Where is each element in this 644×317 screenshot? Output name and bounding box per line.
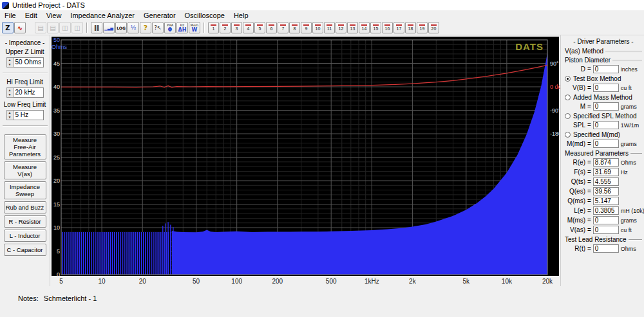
memory-slot-8-button[interactable]: 8: [289, 22, 300, 33]
m-md-row-label: M(md): [565, 140, 585, 147]
memory-slot-13-button[interactable]: 13: [347, 22, 358, 33]
q-ms-row-value[interactable]: 5.147: [593, 197, 619, 205]
q-es-row-value[interactable]: 39.56: [593, 187, 619, 195]
m-row-value[interactable]: 0: [593, 102, 619, 111]
memory-slot-1-button[interactable]: 1: [208, 22, 219, 33]
memory-slot-11-button[interactable]: 11: [324, 22, 335, 33]
low-freq-limit-spinner-arrows[interactable]: ▲▼: [6, 110, 14, 120]
measure-v-as-button[interactable]: Measure V(as): [4, 161, 46, 179]
r-resistor-button[interactable]: R - Resistor: [4, 215, 46, 228]
memory-slot-16-button[interactable]: 16: [382, 22, 393, 33]
waveform-icon: [384, 24, 390, 26]
memory-slot-14-button[interactable]: 14: [359, 22, 370, 33]
equals-sign: =: [587, 178, 591, 185]
waveform-icon: [292, 24, 298, 26]
m-row-unit: grams: [621, 104, 637, 110]
memory-slot-9-button[interactable]: 9: [301, 22, 312, 33]
blue-bars-button[interactable]: ▁▃▅: [103, 22, 115, 33]
x-axis-tick-label: 10k: [502, 278, 513, 285]
measured-parameters-header-text: Measured Parameters: [565, 150, 629, 157]
f-s-row-value[interactable]: 31.69: [593, 168, 619, 176]
spin-down-icon[interactable]: ▼: [7, 115, 13, 120]
memory-slot-5-button[interactable]: 5: [254, 22, 265, 33]
added-mass-method-radio[interactable]: Added Mass Method: [565, 94, 642, 101]
spl-row-value[interactable]: 0: [593, 121, 619, 129]
half-octave-button[interactable]: ½: [128, 22, 139, 33]
m-md-row-value[interactable]: 0: [593, 140, 619, 148]
low-freq-limit-spinner-value[interactable]: 5 Hz: [14, 110, 44, 120]
v-b-row-value[interactable]: 0: [593, 84, 619, 92]
waveform-icon: [338, 24, 344, 26]
v-as-row-value[interactable]: 0: [593, 226, 619, 234]
sine-wave-button[interactable]: ∿: [14, 22, 26, 33]
help-button[interactable]: ?: [140, 22, 151, 33]
q-ts-row-value[interactable]: 4.555: [593, 177, 619, 186]
memory-slot-6-button[interactable]: 6: [266, 22, 277, 33]
menu-view[interactable]: View: [42, 10, 66, 21]
upper-z-limit-spinner-value[interactable]: 50 Ohms: [14, 57, 44, 68]
notes-text[interactable]: Schmeterlicht - 1: [44, 294, 97, 317]
memory-slot-number: 20: [431, 26, 437, 31]
menu-edit[interactable]: Edit: [21, 10, 42, 21]
menu-help[interactable]: Help: [229, 10, 253, 21]
radio-icon[interactable]: [565, 76, 571, 82]
context-help-button[interactable]: ?↖: [152, 22, 164, 33]
phase-axis-label: -90°: [550, 107, 560, 114]
menu-oscilloscope[interactable]: Oscilloscope: [180, 10, 229, 21]
memory-slot-12-button[interactable]: 12: [336, 22, 346, 33]
menu-file[interactable]: File: [0, 10, 21, 21]
memory-slot-3-button[interactable]: 3: [231, 22, 242, 33]
phase-button[interactable]: PHAΦ: [164, 22, 176, 33]
q-ts-row: Q(ts)=4.555: [565, 177, 642, 186]
spin-up-icon[interactable]: ▲: [7, 88, 13, 93]
radio-icon[interactable]: [565, 95, 571, 100]
log-scale-button[interactable]: LOG: [115, 22, 127, 33]
memory-slot-19-button[interactable]: 19: [417, 22, 428, 33]
memory-wave-button[interactable]: MemW: [189, 22, 200, 33]
r-t-row-value[interactable]: 0: [593, 244, 619, 253]
hi-freq-limit-spinner-arrows[interactable]: ▲▼: [6, 87, 14, 98]
hi-freq-limit-spinner-value[interactable]: 20 kHz: [14, 87, 44, 98]
freq-units-button-line-1: ΔH: [178, 27, 187, 33]
spl-row: SPL=01W/1m: [565, 121, 642, 129]
memory-slot-2-button[interactable]: 2: [220, 22, 231, 33]
impedance-sweep-button[interactable]: Impedance Sweep: [4, 181, 46, 199]
memory-slot-10-button[interactable]: 10: [312, 22, 323, 33]
memory-slot-15-button[interactable]: 15: [370, 22, 381, 33]
memory-slot-18-button[interactable]: 18: [405, 22, 416, 33]
spin-down-icon[interactable]: ▼: [7, 93, 13, 97]
l-e-row-value[interactable]: 0.3805: [593, 206, 619, 215]
spin-up-icon[interactable]: ▲: [7, 58, 13, 62]
separator-line: [605, 51, 642, 52]
memory-slot-20-button[interactable]: 20: [428, 22, 439, 33]
d-row-value[interactable]: 0: [593, 65, 619, 73]
menu-generator[interactable]: Generator: [139, 10, 180, 21]
impedance-z-button[interactable]: Z: [2, 22, 14, 33]
radio-icon[interactable]: [565, 113, 571, 119]
memory-slot-4-button[interactable]: 4: [243, 22, 254, 33]
r-e-row-value[interactable]: 8.874: [593, 158, 619, 167]
c-capacitor-button[interactable]: C - Capacitor: [4, 244, 46, 256]
histogram-bars-button[interactable]: ‖‖: [91, 22, 102, 33]
specified-spl-method-radio[interactable]: Specified SPL Method: [565, 113, 642, 120]
specified-m-md-radio[interactable]: Specified M(md): [565, 131, 642, 138]
y-axis-tick-label: 20: [53, 177, 60, 184]
upper-z-limit-spinner-arrows[interactable]: ▲▼: [6, 57, 14, 68]
memory-slot-7-button[interactable]: 7: [278, 22, 289, 33]
dats-watermark: DATS: [515, 41, 544, 52]
l-inductor-button[interactable]: L - Inductor: [4, 230, 46, 242]
freq-units-button[interactable]: HzΔH: [176, 22, 188, 33]
spin-up-icon[interactable]: ▲: [7, 111, 13, 115]
rub-and-buzz-button[interactable]: Rub and Buzz: [4, 201, 46, 213]
memory-slot-17-button[interactable]: 17: [393, 22, 404, 33]
spin-down-icon[interactable]: ▼: [7, 62, 13, 67]
app-icon: [2, 2, 9, 9]
menu-impedance-analyzer[interactable]: Impedance Analyzer: [66, 10, 139, 21]
measure-free-air-parameters-button[interactable]: Measure Free-Air Parameters: [4, 134, 46, 159]
m-ms-row-value[interactable]: 0: [593, 216, 619, 224]
dats-window: Untitled Project - DATS FileEditViewImpe…: [0, 0, 644, 317]
radio-icon[interactable]: [565, 132, 571, 138]
x-axis-tick-label: 50: [193, 278, 200, 285]
phase-axis-label: -180°: [550, 131, 560, 137]
test-box-method-radio[interactable]: Test Box Method: [565, 75, 642, 82]
